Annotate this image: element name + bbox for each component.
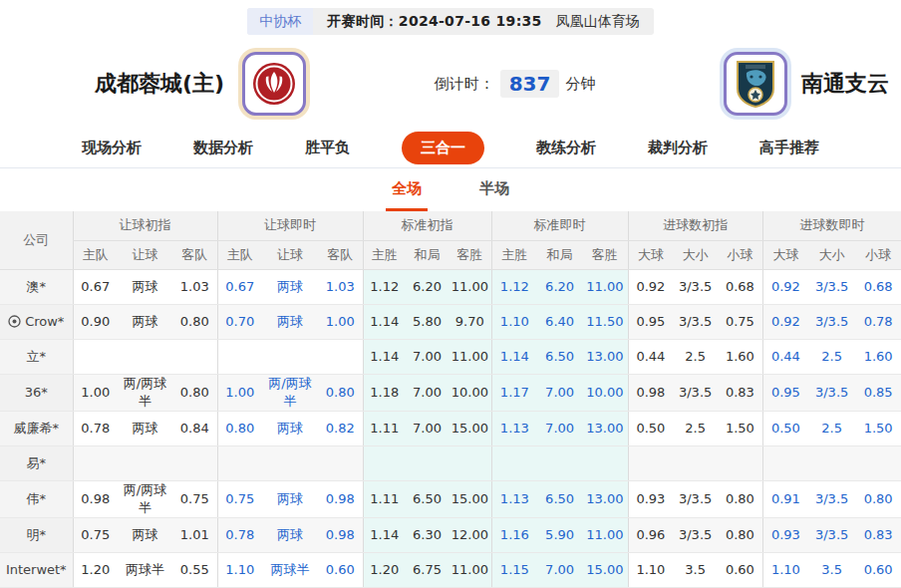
odds-cell: 0.84: [172, 411, 217, 445]
odds-cell: 9.70: [449, 304, 491, 339]
nav-tab-4[interactable]: 三合一: [402, 132, 484, 164]
odds-cell: 0.92: [762, 304, 808, 339]
odds-cell: [73, 339, 118, 374]
odds-cell: 两球半: [118, 552, 172, 587]
col-group-2: 让球即时: [217, 211, 363, 240]
odds-cell: 0.93: [762, 517, 808, 552]
odds-cell: [491, 445, 537, 480]
company-cell[interactable]: 立*: [0, 339, 73, 374]
odds-cell: 13.00: [582, 480, 628, 517]
odds-cell: 1.10: [762, 552, 808, 587]
odds-cell: [718, 445, 762, 480]
odds-cell: 0.98: [318, 517, 363, 552]
away-team-logo: [724, 52, 787, 116]
subtab-1[interactable]: 全场: [386, 179, 428, 211]
odds-cell: 11.00: [582, 269, 628, 304]
odds-cell: 0.80: [217, 411, 262, 445]
away-crest-icon: [734, 59, 777, 109]
nav-tab-5[interactable]: 教练分析: [536, 132, 596, 164]
odds-cell: 6.20: [537, 269, 582, 304]
col-sub-header: 主队: [73, 240, 118, 269]
odds-cell: [673, 445, 718, 480]
odds-cell: 1.14: [491, 339, 537, 374]
odds-cell: 0.82: [318, 411, 363, 445]
odds-cell: 0.91: [762, 480, 808, 517]
odds-cell: 0.75: [718, 304, 762, 339]
odds-cell: [582, 445, 628, 480]
col-header-company: 公司: [0, 211, 73, 269]
odds-cell: 1.12: [491, 269, 537, 304]
col-sub-header: 客胜: [449, 240, 491, 269]
odds-cell: 6.20: [406, 269, 449, 304]
odds-cell: 1.03: [172, 269, 217, 304]
odds-cell: [262, 339, 318, 374]
odds-cell: 0.44: [762, 339, 808, 374]
odds-cell: 0.68: [718, 269, 762, 304]
odds-cell: 1.14: [363, 517, 406, 552]
company-cell[interactable]: 36*: [0, 374, 73, 411]
company-cell[interactable]: Crow*: [0, 304, 73, 339]
company-cell[interactable]: 澳*: [0, 269, 73, 304]
nav-tab-7[interactable]: 高手推荐: [759, 132, 819, 164]
company-cell[interactable]: 伟*: [0, 480, 73, 517]
countdown: 倒计时： 837 分钟: [306, 70, 724, 98]
odds-cell: 2.5: [673, 411, 718, 445]
odds-cell: 7.00: [537, 552, 582, 587]
col-group-4: 标准即时: [491, 211, 628, 240]
odds-cell: 2.5: [808, 411, 855, 445]
odds-cell: 0.75: [172, 480, 217, 517]
odds-cell: 两球: [262, 517, 318, 552]
col-group-3: 标准初指: [363, 211, 491, 240]
venue-name: 凤凰山体育场: [552, 13, 654, 31]
odds-cell: 0.80: [855, 480, 901, 517]
away-team: 南通支云: [724, 52, 889, 116]
nav-tab-6[interactable]: 裁判分析: [648, 132, 708, 164]
odds-row: 明*0.75两球1.010.78两球0.981.146.3012.001.165…: [0, 517, 901, 552]
col-sub-header: 主胜: [363, 240, 406, 269]
odds-cell: 两/两球半: [118, 480, 172, 517]
home-team: 成都蓉城(主): [95, 52, 306, 116]
odds-cell: 两/两球半: [262, 374, 318, 411]
odds-cell: 1.60: [718, 339, 762, 374]
odds-cell: 7.00: [406, 374, 449, 411]
subtab-2[interactable]: 半场: [473, 179, 515, 211]
odds-cell: 0.98: [628, 374, 673, 411]
odds-cell: 0.67: [217, 269, 262, 304]
col-group-6: 进球数即时: [762, 211, 901, 240]
odds-cell: 0.67: [73, 269, 118, 304]
odds-table-container: 公司让球初指让球即时标准初指标准即时进球数初指进球数即时主队让球客队主队让球客队…: [0, 211, 901, 588]
company-cell[interactable]: 明*: [0, 517, 73, 552]
col-sub-header: 客队: [172, 240, 217, 269]
home-team-name: 成都蓉城(主): [95, 69, 224, 99]
odds-row: Crow*0.90两球0.800.70两球1.001.145.809.701.1…: [0, 304, 901, 339]
odds-row: 威廉希*0.78两球0.840.80两球0.821.117.0015.001.1…: [0, 411, 901, 445]
odds-cell: [73, 445, 118, 480]
company-cell[interactable]: 威廉希*: [0, 411, 73, 445]
odds-cell: [628, 445, 673, 480]
nav-tab-3[interactable]: 胜平负: [305, 132, 350, 164]
odds-cell: 0.83: [718, 374, 762, 411]
nav-tab-2[interactable]: 数据分析: [193, 132, 253, 164]
odds-cell: 3.5: [808, 552, 855, 587]
odds-cell: 2.5: [673, 339, 718, 374]
odds-cell: 0.90: [73, 304, 118, 339]
col-sub-header: 和局: [406, 240, 449, 269]
company-cell[interactable]: Interwet*: [0, 552, 73, 587]
odds-cell: 1.14: [363, 304, 406, 339]
odds-cell: 7.00: [406, 339, 449, 374]
col-sub-header: 主胜: [491, 240, 537, 269]
odds-cell: 5.80: [406, 304, 449, 339]
nav-tab-1[interactable]: 现场分析: [82, 132, 142, 164]
odds-cell: 3/3.5: [808, 517, 855, 552]
odds-cell: 0.83: [855, 517, 901, 552]
odds-cell: 2.5: [808, 339, 855, 374]
kickoff-time: 开赛时间：2024-07-16 19:35: [313, 13, 551, 31]
odds-row: 澳*0.67两球1.030.67两球1.031.126.2011.001.126…: [0, 269, 901, 304]
company-cell[interactable]: 易*: [0, 445, 73, 480]
odds-cell: 15.00: [449, 411, 491, 445]
odds-cell: 1.18: [363, 374, 406, 411]
odds-cell: 5.90: [537, 517, 582, 552]
odds-row: Interwet*1.20两球半0.551.10两球半0.601.206.751…: [0, 552, 901, 587]
odds-cell: 15.00: [582, 552, 628, 587]
odds-table: 公司让球初指让球即时标准初指标准即时进球数初指进球数即时主队让球客队主队让球客队…: [0, 211, 901, 588]
